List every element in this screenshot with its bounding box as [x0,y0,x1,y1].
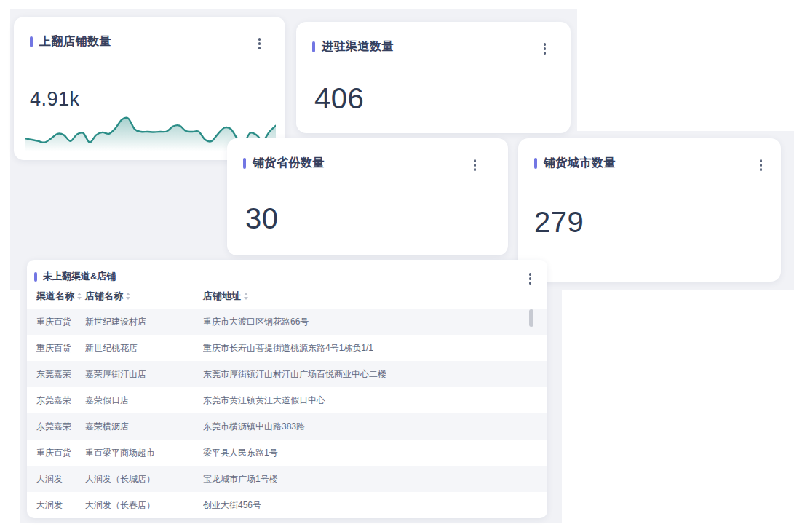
table-row: 东莞嘉荣 嘉荣横沥店 东莞市横沥镇中山路383路 [27,413,547,440]
table-body: 重庆百货 新世纪建设村店 重庆市大渡口区钢花路66号 重庆百货 新世纪桃花店 重… [27,309,547,518]
accent-bar [312,41,315,52]
metric-value: 279 [534,207,584,237]
column-header-store[interactable]: 店铺名称 [85,290,130,303]
table-scrollbar-thumb[interactable] [529,309,533,327]
accent-bar [34,272,37,282]
table-title: 未上翻渠道&店铺 [43,270,116,283]
card-title: 铺货城市数量 [544,156,616,171]
card-title: 进驻渠道数量 [322,39,394,55]
table-column-headers: 渠道名称 店铺名称 店铺地址 [27,290,547,303]
kpi-card-provinces: 铺货省份数量 30 [227,138,508,255]
sort-icon[interactable] [244,293,248,300]
kebab-menu-icon[interactable] [472,158,478,172]
metric-value: 406 [314,84,364,113]
dashboard-page: 上翻店铺数量 4.91k 进驻渠道数量 406 铺货省份数量 [0,0,794,532]
table-row: 东莞嘉荣 嘉荣假日店 东莞市黄江镇黄江大道假日中心 [27,387,547,413]
metric-value: 4.91k [30,90,80,109]
column-header-address[interactable]: 店铺地址 [203,290,248,303]
table-card-unflipped: 未上翻渠道&店铺 渠道名称 店铺名称 店铺地址 重庆百货 新世纪建设村店 重庆市… [27,260,547,518]
kebab-menu-icon[interactable] [542,41,548,56]
column-header-channel[interactable]: 渠道名称 [36,290,83,303]
accent-bar [534,158,537,169]
kpi-card-cities: 铺货城市数量 279 [518,138,781,282]
table-row: 大润发 大润发（长城店） 宝龙城市广场1号楼 [27,466,547,492]
table-row: 重庆百货 新世纪建设村店 重庆市大渡口区钢花路66号 [27,309,547,335]
accent-bar [243,158,246,169]
table-row: 东莞嘉荣 嘉荣厚街汀山店 东莞市厚街镇汀山村汀山广场百悦商业中心二楼 [27,361,547,387]
kebab-menu-icon[interactable] [528,271,533,286]
card-header: 铺货省份数量 [243,156,325,171]
kpi-card-channels: 进驻渠道数量 406 [296,22,571,133]
table-row: 重庆百货 新世纪桃花店 重庆市长寿山菩提街道桃源东路4号1栋负1/1 [27,335,547,361]
table-header: 未上翻渠道&店铺 [34,270,116,283]
kebab-menu-icon[interactable] [257,36,263,51]
card-title: 上翻店铺数量 [39,34,111,49]
card-header: 上翻店铺数量 [30,34,111,49]
card-header: 进驻渠道数量 [312,39,394,55]
card-title: 铺货省份数量 [253,156,325,171]
card-header: 铺货城市数量 [534,156,616,171]
metric-value: 30 [245,204,279,233]
sort-icon[interactable] [126,293,130,300]
accent-bar [30,36,33,47]
table-row: 大润发 大润发（长春店） 创业大街456号 [27,492,547,518]
kebab-menu-icon[interactable] [758,158,764,172]
table-row: 重庆百货 重百梁平商场超市 梁平县人民东路1号 [27,440,547,466]
sort-icon[interactable] [77,293,82,300]
